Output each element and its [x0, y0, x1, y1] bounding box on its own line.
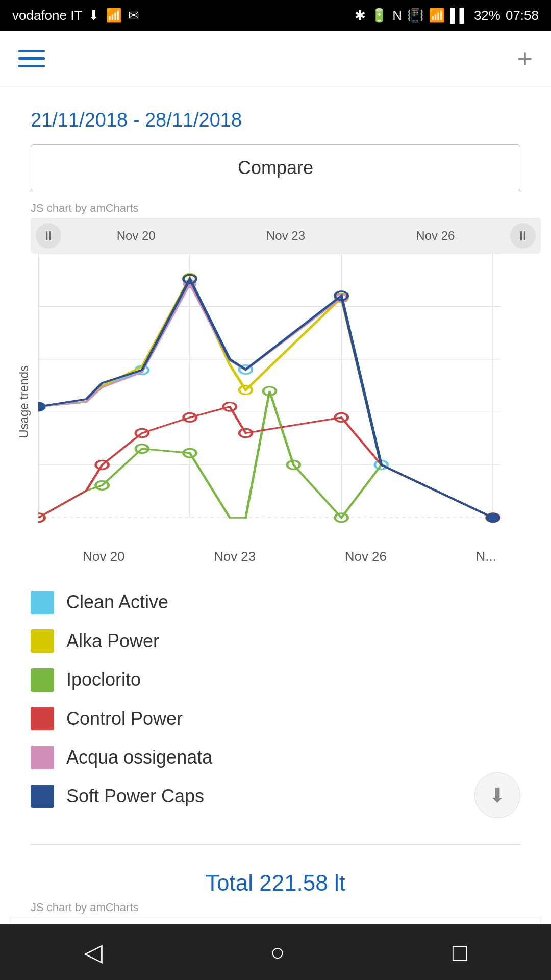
x-axis-labels: Nov 20 Nov 23 Nov 26 N...	[38, 545, 541, 575]
legend-color-clean-active	[31, 591, 54, 614]
chart-container: ⏸ Nov 20 Nov 23 Nov 26 ⏸ Usage trends	[10, 218, 541, 575]
download-icon: ⬇	[489, 783, 506, 807]
chart-svg: 0 lt 2 lt 4 lt 6 lt 8 lt 10 lt	[38, 254, 541, 545]
vibrate-icon: 📳	[407, 8, 423, 23]
legend-label-acqua-ossigenata: Acqua ossigenata	[66, 747, 212, 768]
legend-color-soft-power-caps	[31, 785, 54, 808]
carrier-info: vodafone IT ⬇ 📶 ✉	[12, 8, 139, 23]
svg-point-48	[487, 513, 499, 522]
legend-label-ipoclorito: Ipoclorito	[66, 669, 141, 691]
main-content: 21/11/2018 - 28/11/2018 Compare JS chart…	[0, 87, 551, 978]
scroll-handle-left[interactable]: ⏸	[36, 223, 61, 249]
legend-color-ipoclorito	[31, 668, 54, 692]
compare-button[interactable]: Compare	[31, 144, 520, 191]
status-bar: vodafone IT ⬇ 📶 ✉ ✱ 🔋 N 📳 📶 ▌▌ 32% 07:58	[0, 0, 551, 31]
compare-btn-wrap: Compare	[0, 139, 551, 202]
legend-label-alka-power: Alka Power	[66, 630, 159, 652]
wifi-icon: 📶	[429, 8, 445, 23]
nfc-icon: N	[392, 8, 402, 23]
home-button[interactable]: ○	[270, 938, 285, 966]
legend-section: Clean Active Alka Power Ipoclorito Contr…	[0, 580, 551, 834]
status-right: ✱ 🔋 N 📳 📶 ▌▌ 32% 07:58	[355, 8, 539, 23]
battery-percent: 32%	[474, 8, 500, 23]
x-label-4: N...	[475, 549, 496, 565]
legend-color-acqua-ossigenata	[31, 746, 54, 769]
legend-item-ipoclorito: Ipoclorito	[31, 668, 520, 692]
legend-color-control-power	[31, 707, 54, 730]
legend: Clean Active Alka Power Ipoclorito Contr…	[0, 580, 551, 834]
download-button[interactable]: ⬇	[474, 772, 520, 818]
chart-section: JS chart by amCharts ⏸ Nov 20 Nov 23 Nov…	[0, 202, 551, 575]
legend-item-alka-power: Alka Power	[31, 629, 520, 653]
legend-item-control-power: Control Power	[31, 707, 520, 730]
js-credit-bottom: JS chart by amCharts	[10, 901, 541, 917]
mail-icon: ✉	[128, 8, 139, 23]
clock: 07:58	[506, 8, 539, 23]
back-icon: ◁	[84, 938, 103, 966]
total-section: Total 221.58 lt	[0, 855, 551, 901]
bluetooth-icon: ✱	[355, 8, 366, 23]
svg-point-45	[38, 402, 45, 411]
scroll-label-1: Nov 20	[117, 229, 156, 243]
scroll-label-2: Nov 23	[266, 229, 305, 243]
legend-label-soft-power-caps: Soft Power Caps	[66, 786, 204, 807]
battery-icon: 🔋	[371, 8, 387, 23]
y-axis-label: Usage trends	[17, 365, 31, 438]
legend-item-soft-power-caps: Soft Power Caps	[31, 785, 520, 808]
scroll-label-3: Nov 26	[416, 229, 455, 243]
x-label-1: Nov 20	[83, 549, 124, 565]
signal-bars: ▌▌	[450, 8, 469, 23]
signal-icon: 📶	[106, 8, 122, 23]
back-button[interactable]: ◁	[84, 938, 103, 966]
menu-button[interactable]	[18, 50, 45, 67]
add-button[interactable]: +	[517, 45, 533, 72]
download-indicator: ⬇	[88, 8, 99, 23]
scroll-labels: Nov 20 Nov 23 Nov 26	[61, 229, 510, 243]
legend-label-clean-active: Clean Active	[66, 592, 168, 613]
scroll-handle-right[interactable]: ⏸	[510, 223, 536, 249]
legend-label-control-power: Control Power	[66, 708, 183, 729]
total-label: Total 221.58 lt	[206, 870, 345, 895]
home-icon: ○	[270, 938, 285, 966]
recent-button[interactable]: □	[453, 938, 467, 966]
top-nav: +	[0, 31, 551, 87]
legend-item-clean-active: Clean Active	[31, 591, 520, 614]
date-range: 21/11/2018 - 28/11/2018	[0, 97, 551, 139]
nav-bar: ◁ ○ □	[0, 924, 551, 980]
section-divider	[31, 844, 520, 845]
chart-svg-wrap: 0 lt 2 lt 4 lt 6 lt 8 lt 10 lt	[38, 254, 541, 545]
x-label-2: Nov 23	[214, 549, 256, 565]
x-label-3: Nov 26	[345, 549, 387, 565]
legend-item-acqua-ossigenata: Acqua ossigenata	[31, 746, 520, 769]
js-credit-top: JS chart by amCharts	[10, 202, 541, 218]
chart-scrollbar: ⏸ Nov 20 Nov 23 Nov 26 ⏸	[31, 218, 541, 254]
carrier-name: vodafone IT	[12, 8, 82, 23]
legend-color-alka-power	[31, 629, 54, 653]
recent-icon: □	[453, 938, 467, 966]
